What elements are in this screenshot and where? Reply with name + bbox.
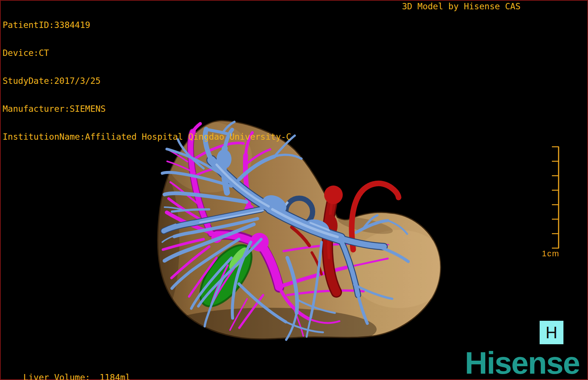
scale-bar [552, 147, 559, 248]
patient-id-line: PatientID:3384419 [3, 20, 291, 30]
liver-volume-label: Liver Volume: [23, 373, 90, 380]
manufacturer-line: Manufacturer:SIEMENS [3, 104, 291, 114]
scale-bar-label: 1cm [542, 249, 560, 258]
study-date-line: StudyDate:2017/3/25 [3, 76, 291, 86]
scale-bar-ticks [552, 147, 559, 248]
liver-volume-readout: Liver Volume:1184ml [3, 364, 131, 380]
h-badge-letter: H [546, 323, 557, 342]
liver-volume-value: 1184ml [99, 373, 130, 380]
patient-info-overlay: PatientID:3384419 Device:CT StudyDate:20… [3, 2, 291, 160]
hisense-logo: Hisense [465, 347, 579, 379]
device-line: Device:CT [3, 48, 291, 58]
application-frame: 1cm PatientID:3384419 Device:CT StudyDat… [0, 0, 588, 380]
hisense-h-badge: H [540, 321, 563, 344]
institution-line: InstitutionName:Affiliated Hospital Qing… [3, 132, 291, 142]
watermark-title: 3D Model by Hisense CAS [402, 2, 521, 11]
